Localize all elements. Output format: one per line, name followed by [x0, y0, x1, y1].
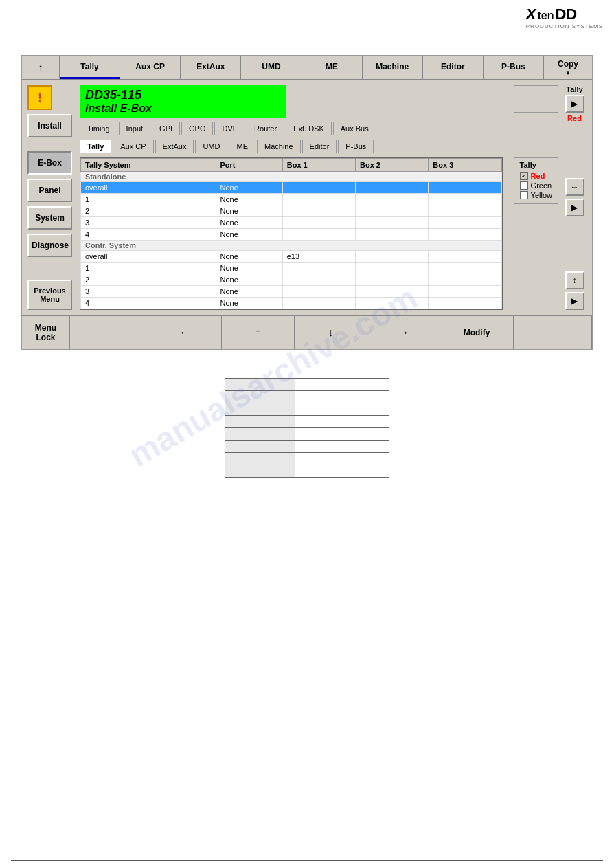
right-updown-arrow-btn[interactable]: ↕	[565, 271, 584, 289]
tab-p-bus[interactable]: P-Bus	[484, 56, 544, 79]
table-row[interactable]: 4 None	[81, 229, 502, 241]
modify-button[interactable]: Modify	[440, 316, 513, 349]
bottom-empty-2	[514, 316, 592, 349]
row-box3	[429, 205, 501, 217]
table-row[interactable]: 3 None	[81, 286, 502, 298]
tab-copy[interactable]: Copy ▼	[544, 56, 592, 79]
subtab2-p-bus[interactable]: P-Bus	[338, 140, 374, 153]
small-table-row	[225, 428, 389, 441]
table-row[interactable]: 1 None	[81, 263, 502, 274]
tab-editor[interactable]: Editor	[423, 56, 484, 79]
tab-umd[interactable]: UMD	[241, 56, 302, 79]
row-box1: e13	[282, 251, 355, 263]
row-port: None	[216, 251, 282, 263]
tally-checkbox-yellow[interactable]	[520, 191, 528, 199]
table-header-row: Tally System Port Box 1 Box 2 Box 3	[81, 159, 502, 172]
bottom-right-arrow[interactable]: →	[367, 316, 440, 349]
col-header-system: Tally System	[81, 159, 216, 172]
table-row[interactable]: 1 None	[81, 194, 502, 205]
tab-machine[interactable]: Machine	[363, 56, 423, 79]
tab-me[interactable]: ME	[302, 56, 363, 79]
bottom-left-arrow[interactable]: ←	[148, 316, 221, 349]
row-box2	[356, 217, 429, 229]
row-port: None	[216, 194, 282, 205]
row-port: None	[216, 286, 282, 298]
subtab2-extaux[interactable]: ExtAux	[155, 140, 194, 153]
row-box3	[429, 217, 501, 229]
subtab2-umd[interactable]: UMD	[195, 140, 227, 153]
table-row[interactable]: 3 None	[81, 217, 502, 229]
row-box3	[429, 251, 501, 263]
device-title-box: DD35-115 Install E-Box	[80, 85, 286, 118]
bottom-down-arrow[interactable]: ↓	[295, 316, 367, 349]
tally-checkbox-green[interactable]	[520, 181, 528, 190]
subtab-gpo[interactable]: GPO	[181, 122, 213, 135]
row-box3	[429, 194, 501, 205]
small-cell	[295, 453, 389, 465]
row-box1	[282, 217, 355, 229]
small-cell	[295, 391, 389, 403]
table-row[interactable]: overall None	[81, 182, 502, 194]
subtab2-aux-cp[interactable]: Aux CP	[113, 140, 153, 153]
subtab-gpi[interactable]: GPI	[152, 122, 180, 135]
row-port: None	[216, 274, 282, 286]
subtab-ext-dsk[interactable]: Ext. DSK	[286, 122, 332, 135]
subtab2-editor[interactable]: Editor	[302, 140, 337, 153]
subtab2-machine[interactable]: Machine	[257, 140, 301, 153]
table-row[interactable]: 4 None	[81, 298, 502, 309]
subtab-dve[interactable]: DVE	[214, 122, 245, 135]
diagnose-button[interactable]: Diagnose	[27, 234, 72, 257]
small-cell	[225, 428, 295, 441]
row-box2	[356, 205, 429, 217]
tally-table: Tally System Port Box 1 Box 2 Box 3 Stan…	[80, 158, 502, 309]
tab-extaux[interactable]: ExtAux	[181, 56, 241, 79]
tally-table-container: Tally System Port Box 1 Box 2 Box 3 Stan…	[80, 157, 503, 310]
row-port: None	[216, 217, 282, 229]
right-tally-arrow[interactable]: ▶	[565, 95, 584, 113]
logo-area: X ten DD PRODUCTION SYSTEMS	[0, 0, 614, 32]
subtab-row-2: Tally Aux CP ExtAux UMD ME Machine Edito…	[80, 140, 558, 153]
ebox-button[interactable]: E-Box	[27, 151, 72, 175]
subtab-input[interactable]: Input	[119, 122, 150, 135]
row-box1	[282, 194, 355, 205]
warning-icon: !	[27, 85, 52, 110]
row-box2	[356, 251, 429, 263]
title-area: DD35-115 Install E-Box	[80, 85, 558, 118]
table-row[interactable]: 2 None	[81, 274, 502, 286]
small-table-row	[225, 453, 389, 465]
small-cell	[295, 379, 389, 391]
tab-tally[interactable]: Tally	[60, 56, 120, 79]
menu-lock-button[interactable]: Menu Lock	[22, 316, 70, 349]
right-updown-extra[interactable]: ▶	[565, 292, 584, 310]
tally-checkbox-red[interactable]: ✓	[520, 172, 528, 180]
small-cell	[225, 453, 295, 465]
previous-menu-button[interactable]: Previous Menu	[27, 280, 72, 310]
subtab2-me[interactable]: ME	[229, 140, 255, 153]
panel-button[interactable]: Panel	[27, 179, 72, 202]
row-label: 2	[81, 205, 216, 217]
subtab-timing[interactable]: Timing	[80, 122, 117, 135]
tally-label-green: Green	[531, 181, 552, 190]
right-double-arrow-btn[interactable]: ↔	[565, 178, 584, 196]
row-port: None	[216, 182, 282, 194]
small-table-row	[225, 403, 389, 416]
tab-up-arrow[interactable]: ↑	[22, 56, 60, 79]
system-button[interactable]: System	[27, 206, 72, 230]
copy-dropdown-arrow: ▼	[565, 70, 571, 76]
bottom-up-arrow[interactable]: ↑	[222, 316, 295, 349]
top-divider	[11, 34, 603, 34]
tab-aux-cp[interactable]: Aux CP	[120, 56, 181, 79]
table-row[interactable]: overall None e13	[81, 251, 502, 263]
subtab-router[interactable]: Router	[247, 122, 284, 135]
col-header-box2: Box 2	[356, 159, 429, 172]
subtab-aux-bus[interactable]: Aux Bus	[333, 122, 376, 135]
logo-subtitle: PRODUCTION SYSTEMS	[526, 23, 603, 30]
row-label: 4	[81, 229, 216, 241]
install-button[interactable]: Install	[27, 114, 72, 137]
row-box3	[429, 263, 501, 274]
small-cell	[295, 416, 389, 428]
right-arrow-extra[interactable]: ▶	[565, 199, 584, 216]
small-table-row	[225, 379, 389, 391]
table-row[interactable]: 2 None	[81, 205, 502, 217]
subtab2-tally[interactable]: Tally	[80, 140, 111, 153]
